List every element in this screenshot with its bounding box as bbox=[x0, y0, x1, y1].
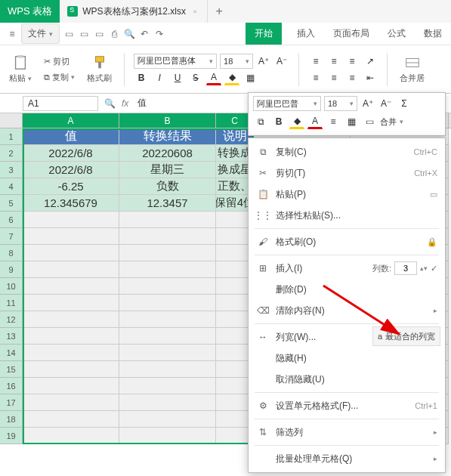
cell[interactable]: 2022/6/8 bbox=[23, 162, 119, 178]
cell[interactable] bbox=[119, 361, 216, 378]
cell[interactable] bbox=[23, 345, 119, 361]
cell[interactable] bbox=[119, 295, 216, 311]
fill-color-button[interactable]: ◆ bbox=[224, 70, 239, 85]
cell[interactable] bbox=[23, 295, 119, 311]
ctx-column-width[interactable]: ↔列宽(W)... a最适合的列宽 bbox=[249, 326, 445, 348]
tab-layout[interactable]: 页面布局 bbox=[330, 23, 372, 45]
add-tab-button[interactable]: + bbox=[208, 0, 230, 23]
row-header[interactable]: 19 bbox=[0, 428, 23, 444]
new-icon[interactable]: ▭ bbox=[63, 28, 75, 40]
cell[interactable]: 负数 bbox=[119, 178, 216, 195]
indent-icon[interactable]: ⇤ bbox=[363, 70, 378, 85]
mini-dec-font-icon[interactable]: A⁻ bbox=[378, 96, 394, 111]
mini-font-color-icon[interactable]: A bbox=[307, 114, 323, 129]
select-all-corner[interactable] bbox=[0, 113, 23, 128]
row-header[interactable]: 4 bbox=[0, 178, 23, 195]
ctx-batch[interactable]: 批量处理单元格(Q)▸ bbox=[249, 448, 445, 469]
row-header[interactable]: 10 bbox=[0, 278, 23, 295]
file-menu[interactable]: 文件▾ bbox=[21, 23, 60, 44]
mini-format-icon[interactable]: ⧉ bbox=[253, 114, 268, 129]
cell[interactable] bbox=[23, 278, 119, 295]
cell[interactable]: 12.345679 bbox=[23, 195, 119, 212]
col-header-b[interactable]: B bbox=[119, 113, 216, 128]
format-painter-button[interactable]: 格式刷 bbox=[84, 53, 115, 85]
cell[interactable] bbox=[119, 428, 216, 444]
ctx-unhide[interactable]: 取消隐藏(U) bbox=[249, 369, 445, 390]
ctx-filter[interactable]: ⇅筛选列▸ bbox=[249, 422, 445, 443]
cell[interactable]: 转换结果 bbox=[119, 128, 216, 145]
mini-fill-icon[interactable]: ◆ bbox=[289, 114, 304, 129]
cell[interactable]: 值 bbox=[23, 128, 119, 145]
row-header[interactable]: 18 bbox=[0, 411, 23, 428]
tab-start[interactable]: 开始 bbox=[246, 23, 282, 45]
font-color-button[interactable]: A bbox=[206, 70, 221, 85]
undo-icon[interactable]: ↶ bbox=[138, 28, 150, 40]
preview-icon[interactable]: 🔍 bbox=[123, 28, 135, 40]
ctx-cell-format[interactable]: ⚙设置单元格格式(F)...Ctrl+1 bbox=[249, 395, 445, 416]
orientation-icon[interactable]: ↗ bbox=[363, 54, 378, 69]
decrease-font-icon[interactable]: A⁻ bbox=[274, 54, 289, 69]
tab-data[interactable]: 数据 bbox=[421, 23, 445, 45]
cell[interactable] bbox=[119, 411, 216, 428]
cell[interactable] bbox=[23, 245, 119, 261]
cell[interactable] bbox=[119, 278, 216, 295]
paste-button[interactable]: 粘贴 ▾ bbox=[6, 53, 35, 85]
cell[interactable] bbox=[119, 328, 216, 345]
row-header[interactable]: 13 bbox=[0, 328, 23, 345]
fx-label[interactable]: fx bbox=[122, 98, 128, 109]
copy-button[interactable]: ⧉复制▾ bbox=[41, 70, 78, 85]
paste-options-icon[interactable]: ▭ bbox=[430, 190, 437, 199]
mini-align-icon[interactable]: ≡ bbox=[326, 114, 341, 129]
ctx-hide[interactable]: 隐藏(H) bbox=[249, 348, 445, 369]
fit-column-width-button[interactable]: a最适合的列宽 bbox=[372, 326, 440, 346]
tab-formula[interactable]: 公式 bbox=[385, 23, 409, 45]
font-select[interactable]: 阿里巴巴普惠体▾ bbox=[134, 54, 217, 69]
row-header[interactable]: 2 bbox=[0, 145, 23, 162]
size-select[interactable]: 18▾ bbox=[220, 54, 253, 69]
row-header[interactable]: 7 bbox=[0, 228, 23, 245]
mini-bold-button[interactable]: B bbox=[271, 114, 286, 129]
cell[interactable] bbox=[119, 228, 216, 245]
row-header[interactable]: 17 bbox=[0, 394, 23, 411]
row-header[interactable]: 1 bbox=[0, 128, 23, 145]
cut-button[interactable]: ✂剪切 bbox=[41, 54, 78, 69]
row-header[interactable]: 5 bbox=[0, 195, 23, 212]
increase-font-icon[interactable]: A⁺ bbox=[256, 54, 271, 69]
ctx-paste[interactable]: 📋粘贴(P)▭ bbox=[249, 184, 445, 205]
ctx-insert[interactable]: ⊞插入(I) 列数:▴▾ ✓ bbox=[249, 258, 445, 279]
row-header[interactable]: 6 bbox=[0, 212, 23, 228]
search-icon[interactable]: 🔍 bbox=[104, 98, 116, 109]
cell[interactable] bbox=[23, 311, 119, 328]
ctx-paste-special[interactable]: ⋮⋮选择性粘贴(S)... bbox=[249, 205, 445, 226]
ctx-format-painter[interactable]: 🖌格式刷(O)🔒 bbox=[249, 231, 445, 252]
cell[interactable] bbox=[119, 261, 216, 278]
row-header[interactable]: 16 bbox=[0, 378, 23, 394]
cell[interactable]: 2022/6/8 bbox=[23, 145, 119, 162]
row-header[interactable]: 3 bbox=[0, 162, 23, 178]
row-header[interactable]: 11 bbox=[0, 295, 23, 311]
mini-merge-icon[interactable]: ▭ bbox=[362, 114, 377, 129]
cell[interactable] bbox=[119, 245, 216, 261]
tab-insert[interactable]: 插入 bbox=[294, 23, 318, 45]
open-icon[interactable]: ▭ bbox=[78, 28, 90, 40]
col-header-a[interactable]: A bbox=[23, 113, 119, 128]
mini-merge-label[interactable]: 合并 bbox=[380, 116, 397, 128]
cell[interactable] bbox=[23, 261, 119, 278]
ctx-copy[interactable]: ⧉复制(C)Ctrl+C bbox=[249, 141, 445, 162]
cell[interactable] bbox=[119, 311, 216, 328]
ctx-clear[interactable]: ⌫清除内容(N)▸ bbox=[249, 300, 445, 321]
tab-options-icon[interactable]: ▫ bbox=[190, 6, 199, 17]
row-header[interactable]: 14 bbox=[0, 345, 23, 361]
row-header[interactable]: 9 bbox=[0, 261, 23, 278]
cell[interactable] bbox=[23, 428, 119, 444]
merge-button[interactable]: 合并居 bbox=[397, 53, 428, 85]
mini-font-select[interactable]: 阿里巴巴普▾ bbox=[253, 96, 321, 111]
cell[interactable]: 12.3457 bbox=[119, 195, 216, 212]
align-bottom-icon[interactable]: ≡ bbox=[344, 54, 360, 69]
row-header[interactable]: 12 bbox=[0, 311, 23, 328]
border-button[interactable]: ▦ bbox=[242, 70, 258, 85]
redo-icon[interactable]: ↷ bbox=[153, 28, 165, 40]
cell[interactable]: 20220608 bbox=[119, 145, 216, 162]
cell[interactable] bbox=[23, 394, 119, 411]
cell[interactable]: -6.25 bbox=[23, 178, 119, 195]
